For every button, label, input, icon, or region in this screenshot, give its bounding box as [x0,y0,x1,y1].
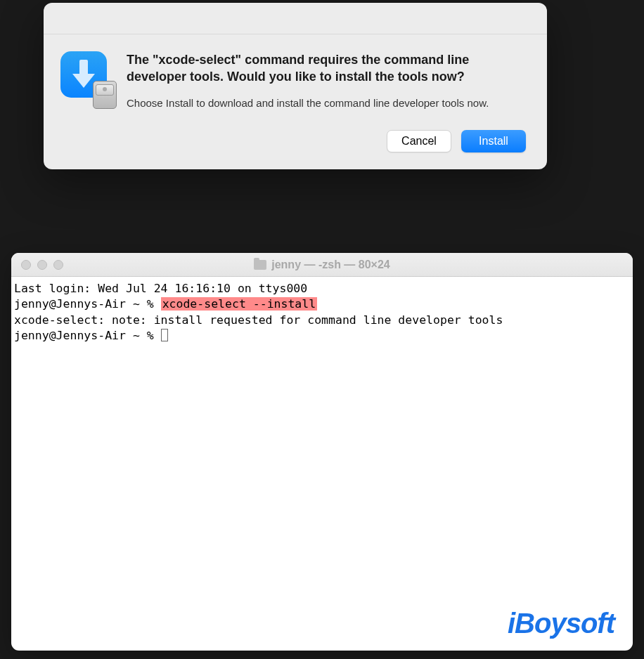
window-title-text: jenny — -zsh — 80×24 [271,259,390,271]
terminal-titlebar[interactable]: jenny — -zsh — 80×24 [11,253,633,277]
watermark-logo: iBoysoft [508,608,614,639]
window-title: jenny — -zsh — 80×24 [11,259,633,271]
close-window-button[interactable] [21,260,31,270]
terminal-line-login: Last login: Wed Jul 24 16:16:10 on ttys0… [14,282,307,295]
dialog-description: Choose Install to download and install t… [127,96,526,110]
terminal-prompt-1: jenny@Jennys-Air ~ % [14,297,161,311]
zoom-window-button[interactable] [53,260,63,270]
dialog-title: The "xcode-select" command requires the … [127,51,526,86]
disk-icon [93,81,117,109]
dialog-body: The "xcode-select" command requires the … [44,34,547,117]
terminal-window: jenny — -zsh — 80×24 Last login: Wed Jul… [11,253,633,651]
terminal-prompt-2: jenny@Jennys-Air ~ % [14,329,161,342]
folder-icon [254,260,266,270]
minimize-window-button[interactable] [37,260,47,270]
terminal-line-note: xcode-select: note: install requested fo… [14,313,503,327]
terminal-cursor [161,329,168,341]
traffic-lights [11,260,63,270]
install-dialog: The "xcode-select" command requires the … [44,3,547,169]
terminal-content[interactable]: Last login: Wed Jul 24 16:16:10 on ttys0… [11,277,633,348]
dialog-button-row: Cancel Install [44,117,547,169]
install-button[interactable]: Install [461,130,526,152]
watermark-text: iBoysoft [508,608,614,639]
cancel-button[interactable]: Cancel [387,130,451,152]
dialog-app-icon [60,51,112,103]
terminal-command-highlight: xcode-select --install [161,297,318,311]
dialog-text: The "xcode-select" command requires the … [127,51,526,110]
